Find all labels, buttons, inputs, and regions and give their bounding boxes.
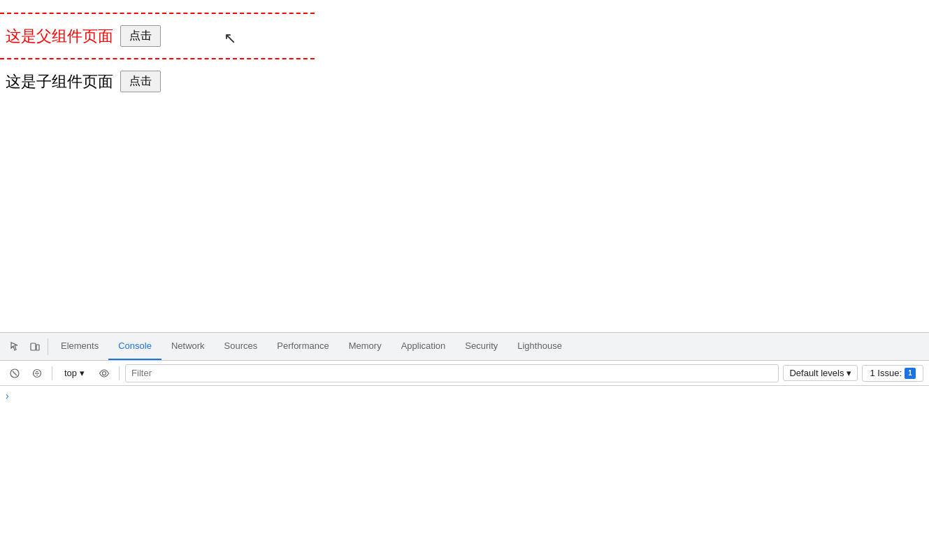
svg-line-3 xyxy=(13,371,17,375)
filter-input[interactable] xyxy=(125,364,779,382)
svg-point-8 xyxy=(103,371,106,375)
tab-application[interactable]: Application xyxy=(391,333,456,360)
child-component-row: 这是子组件页面 点击 xyxy=(0,65,929,98)
parent-component-row: 这是父组件页面 点击 xyxy=(0,20,929,52)
context-dropdown-arrow: ▾ xyxy=(80,368,85,378)
child-click-button[interactable]: 点击 xyxy=(120,71,161,92)
context-selector[interactable]: top ▾ xyxy=(58,366,91,380)
tab-network[interactable]: Network xyxy=(161,333,215,360)
svg-rect-1 xyxy=(36,345,39,350)
devtools-tab-bar: Elements Console Network Sources Perform… xyxy=(0,333,929,361)
parent-component-text: 这是父组件页面 xyxy=(6,26,113,47)
issue-icon: 1 xyxy=(905,368,916,379)
filter-console-button[interactable] xyxy=(28,364,46,382)
console-toolbar: top ▾ Default levels ▾ 1 Issue: 1 xyxy=(0,361,929,386)
tab-sources[interactable]: Sources xyxy=(215,333,268,360)
clear-console-button[interactable] xyxy=(6,364,24,382)
bottom-dashed-line xyxy=(0,58,315,59)
tab-lighthouse[interactable]: Lighthouse xyxy=(507,333,572,360)
device-toolbar-button[interactable] xyxy=(25,337,45,357)
console-output: › xyxy=(0,386,929,560)
parent-click-button[interactable]: 点击 xyxy=(120,25,161,47)
issue-count-text: 1 Issue: xyxy=(870,368,902,378)
console-toolbar-divider xyxy=(52,366,52,380)
inspect-element-button[interactable] xyxy=(6,337,25,357)
issues-badge-button[interactable]: 1 Issue: 1 xyxy=(862,365,923,382)
top-dashed-line xyxy=(0,13,315,14)
svg-rect-0 xyxy=(31,343,36,350)
toolbar-divider xyxy=(48,338,48,355)
devtools-panel: Elements Console Network Sources Perform… xyxy=(0,332,929,560)
tab-performance[interactable]: Performance xyxy=(267,333,338,360)
console-prompt[interactable]: › xyxy=(6,389,923,403)
tab-memory[interactable]: Memory xyxy=(339,333,391,360)
context-label: top xyxy=(64,368,77,378)
child-component-text: 这是子组件页面 xyxy=(6,71,113,92)
prompt-chevron-icon: › xyxy=(6,390,9,401)
log-levels-arrow: ▾ xyxy=(847,368,851,378)
tab-security[interactable]: Security xyxy=(455,333,507,360)
log-levels-label: Default levels xyxy=(789,368,844,378)
console-toolbar-divider2 xyxy=(119,366,120,380)
tab-elements[interactable]: Elements xyxy=(51,333,108,360)
devtools-tabs-container: Elements Console Network Sources Perform… xyxy=(51,333,923,360)
browser-content: 这是父组件页面 点击 ↖ 这是子组件页面 点击 xyxy=(0,0,929,332)
live-expressions-button[interactable] xyxy=(95,364,113,382)
tab-console[interactable]: Console xyxy=(108,333,161,360)
log-levels-button[interactable]: Default levels ▾ xyxy=(783,365,858,381)
